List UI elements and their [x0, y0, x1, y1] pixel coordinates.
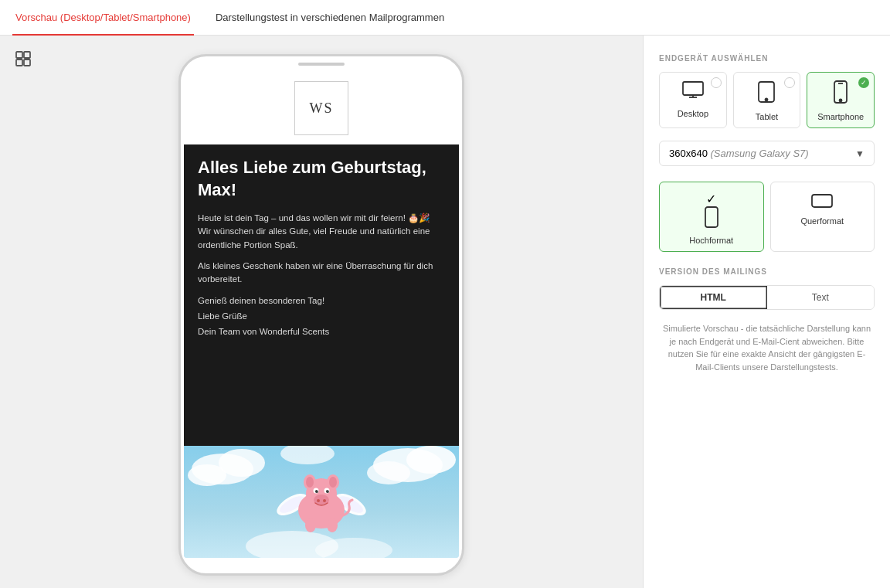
- version-buttons: HTML Text: [659, 285, 875, 310]
- email-title: Alles Liebe zum Geburtstag, Max!: [198, 157, 445, 201]
- device-card-desktop[interactable]: Desktop: [659, 72, 727, 128]
- tablet-icon: [757, 80, 776, 109]
- svg-point-27: [317, 490, 318, 491]
- version-btn-html[interactable]: HTML: [660, 286, 767, 309]
- svg-point-7: [188, 464, 226, 486]
- landscape-icon: [811, 192, 833, 213]
- flying-pig: [275, 460, 368, 545]
- phone-screen: WS Alles Liebe zum Geburtstag, Max! Heut…: [184, 72, 459, 558]
- svg-point-28: [328, 490, 328, 491]
- orientation-card-landscape[interactable]: Querformat: [770, 182, 875, 252]
- phone-notch: [298, 63, 345, 66]
- devices-section-label: ENDGERÄT AUSWÄHLEN: [659, 54, 875, 63]
- top-nav: Vorschau (Desktop/Tablet/Smartphone) Dar…: [0, 0, 890, 36]
- email-image-section: [184, 446, 459, 558]
- svg-point-32: [329, 477, 337, 488]
- tab-preview[interactable]: Vorschau (Desktop/Tablet/Smartphone): [12, 0, 194, 36]
- layout-icon[interactable]: [12, 48, 34, 70]
- svg-rect-2: [16, 59, 22, 66]
- smartphone-check: ✓: [858, 77, 869, 88]
- portrait-icon: [704, 206, 719, 233]
- smartphone-icon: [833, 80, 848, 109]
- phone-frame: WS Alles Liebe zum Geburtstag, Max! Heut…: [178, 54, 464, 576]
- version-section-label: VERSION DES MAILINGS: [659, 267, 875, 276]
- device-grid: Desktop Tablet ✓: [659, 72, 875, 128]
- resolution-dropdown[interactable]: 360x640 (Samsung Galaxy S7) ▼: [659, 141, 875, 166]
- version-btn-text[interactable]: Text: [767, 286, 875, 309]
- tablet-radio: [784, 77, 795, 88]
- desktop-radio: [711, 77, 722, 88]
- svg-point-33: [305, 518, 316, 532]
- svg-rect-35: [683, 82, 703, 95]
- svg-point-22: [323, 499, 326, 502]
- svg-rect-44: [812, 195, 832, 207]
- email-body-paragraph: Heute ist dein Tag – und das wollen wir …: [198, 212, 445, 252]
- svg-point-30: [306, 477, 314, 488]
- email-body-paragraph2: Als kleines Geschenk haben wir eine Über…: [198, 260, 445, 287]
- svg-point-42: [840, 100, 842, 102]
- svg-rect-43: [705, 207, 718, 227]
- dropdown-chevron: ▼: [855, 148, 865, 159]
- desktop-label: Desktop: [678, 109, 708, 118]
- svg-point-39: [766, 99, 768, 101]
- svg-rect-0: [16, 52, 22, 58]
- email-header: WS: [184, 72, 459, 144]
- portrait-label: Hochformat: [689, 236, 733, 245]
- desktop-icon: [681, 80, 705, 106]
- version-section: VERSION DES MAILINGS HTML Text: [659, 267, 875, 310]
- svg-point-21: [317, 499, 320, 502]
- landscape-label: Querformat: [800, 216, 844, 226]
- orientation-grid: ✓ Hochformat Querformat: [659, 182, 875, 252]
- svg-rect-1: [24, 52, 30, 58]
- right-panel: ENDGERÄT AUSWÄHLEN Desktop: [643, 36, 890, 588]
- main-content: WS Alles Liebe zum Geburtstag, Max! Heut…: [0, 36, 890, 588]
- info-text: Simulierte Vorschau - die tatsächliche D…: [659, 322, 875, 373]
- device-card-tablet[interactable]: Tablet: [733, 72, 801, 128]
- email-logo: WS: [294, 81, 348, 135]
- orientation-card-portrait[interactable]: ✓ Hochformat: [659, 182, 764, 252]
- svg-point-10: [367, 461, 410, 484]
- tab-test[interactable]: Darstellungstest in verschiedenen Mailpr…: [212, 0, 447, 36]
- device-card-smartphone[interactable]: ✓ Smartphone: [807, 72, 875, 128]
- tablet-label: Tablet: [756, 112, 778, 121]
- svg-rect-3: [24, 59, 30, 66]
- portrait-check: ✓: [706, 192, 716, 206]
- email-signature: Genieß deinen besonderen Tag! Liebe Grüß…: [198, 294, 445, 339]
- resolution-value: 360x640 (Samsung Galaxy S7): [669, 148, 809, 159]
- smartphone-label: Smartphone: [817, 112, 864, 121]
- left-panel: WS Alles Liebe zum Geburtstag, Max! Heut…: [0, 36, 643, 588]
- svg-point-34: [327, 518, 338, 532]
- email-dark-section: Alles Liebe zum Geburtstag, Max! Heute i…: [184, 144, 459, 446]
- svg-point-9: [406, 446, 456, 474]
